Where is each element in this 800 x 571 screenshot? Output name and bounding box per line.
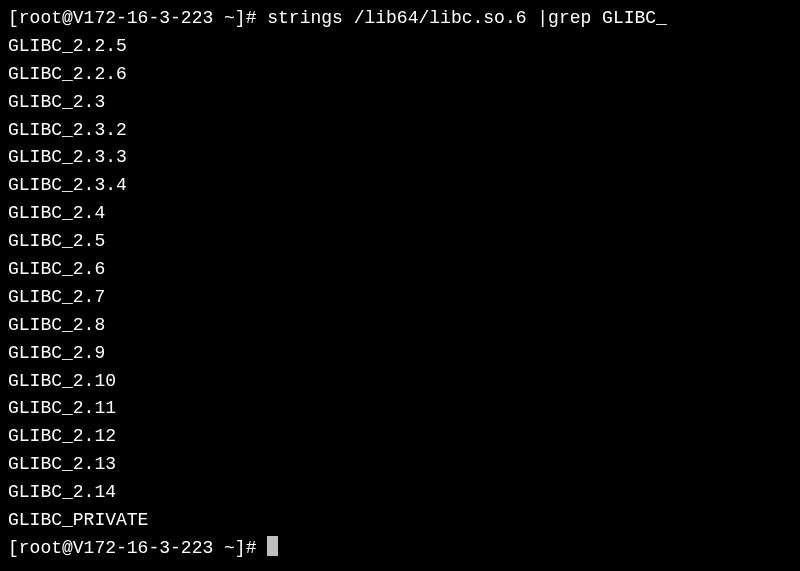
command-line-1: [root@V172-16-3-223 ~]# strings /lib64/l… bbox=[8, 5, 792, 33]
output-line: GLIBC_2.3.3 bbox=[8, 144, 792, 172]
output-line: GLIBC_2.14 bbox=[8, 479, 792, 507]
output-line: GLIBC_2.3.2 bbox=[8, 117, 792, 145]
output-line: GLIBC_2.3.4 bbox=[8, 172, 792, 200]
command-text: strings /lib64/libc.so.6 |grep GLIBC_ bbox=[267, 8, 667, 28]
output-line: GLIBC_2.4 bbox=[8, 200, 792, 228]
output-line: GLIBC_2.10 bbox=[8, 368, 792, 396]
output-line: GLIBC_2.13 bbox=[8, 451, 792, 479]
output-line: GLIBC_2.7 bbox=[8, 284, 792, 312]
output-line: GLIBC_2.2.6 bbox=[8, 61, 792, 89]
output-line: GLIBC_2.12 bbox=[8, 423, 792, 451]
output-line: GLIBC_PRIVATE bbox=[8, 507, 792, 535]
shell-prompt: [root@V172-16-3-223 ~]# bbox=[8, 538, 267, 558]
cursor-icon bbox=[267, 536, 278, 556]
output-line: GLIBC_2.2.5 bbox=[8, 33, 792, 61]
output-line: GLIBC_2.9 bbox=[8, 340, 792, 368]
output-line: GLIBC_2.6 bbox=[8, 256, 792, 284]
output-line: GLIBC_2.3 bbox=[8, 89, 792, 117]
command-line-2[interactable]: [root@V172-16-3-223 ~]# bbox=[8, 535, 792, 563]
output-line: GLIBC_2.11 bbox=[8, 395, 792, 423]
shell-prompt: [root@V172-16-3-223 ~]# bbox=[8, 8, 267, 28]
output-line: GLIBC_2.5 bbox=[8, 228, 792, 256]
output-line: GLIBC_2.8 bbox=[8, 312, 792, 340]
